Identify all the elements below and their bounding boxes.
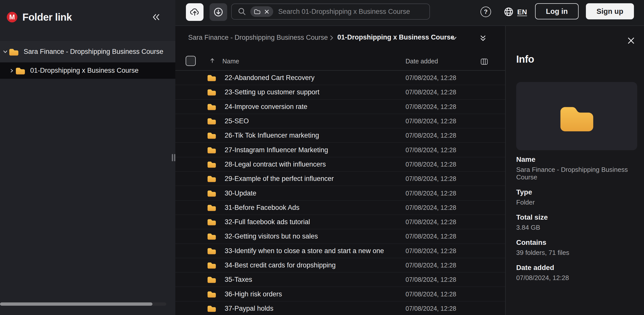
folder-icon — [208, 291, 216, 298]
language-selector[interactable]: EN — [517, 8, 527, 16]
file-name: 24-Improve conversion rate — [225, 103, 307, 110]
info-field-value: 39 folders, 71 files — [516, 249, 636, 256]
file-date-added: 07/08/2024, 12:28 — [406, 262, 456, 269]
folder-outline-icon — [254, 9, 261, 15]
file-name: 34-Best credit cards for dropshipping — [225, 261, 336, 269]
column-settings-button[interactable] — [479, 56, 490, 67]
search-bar[interactable] — [231, 4, 430, 20]
search-icon — [238, 7, 246, 16]
info-field: Date added 07/08/2024, 12:28 — [516, 263, 636, 282]
sidebar-horizontal-scrollbar[interactable] — [0, 302, 166, 306]
file-date-added: 07/08/2024, 12:28 — [406, 290, 456, 298]
file-date-added: 07/08/2024, 12:28 — [406, 189, 456, 197]
table-row[interactable]: 36-High risk orders 07/08/2024, 12:28 — [175, 287, 505, 301]
chevron-down-icon[interactable] — [2, 49, 9, 55]
table-row[interactable]: 27-Instagram Influencer Marketing 07/08/… — [175, 143, 505, 157]
search-input[interactable] — [278, 8, 425, 16]
table-row[interactable]: 32-Getting visitors but no sales 07/08/2… — [175, 229, 505, 244]
file-name: 22-Abandoned Cart Recovery — [225, 74, 314, 82]
folder-icon — [208, 233, 216, 240]
info-field: Name Sara Finance - Dropshipping Busines… — [516, 155, 636, 181]
table-row[interactable]: 37-Paypal holds 07/08/2024, 12:28 — [175, 301, 505, 315]
breadcrumb: Sara Finance - Dropshipping Business Cou… — [175, 26, 505, 49]
search-scope-chip[interactable] — [250, 6, 273, 17]
folder-icon — [208, 204, 216, 211]
info-fields: Name Sara Finance - Dropshipping Busines… — [516, 155, 636, 289]
breadcrumb-current[interactable]: 01-Dropshipping x Business Course — [337, 33, 454, 41]
table-row[interactable]: 30-Update 07/08/2024, 12:28 — [175, 186, 505, 200]
globe-icon — [504, 7, 514, 17]
table-row[interactable]: 32-Full facebook ads tutorial 07/08/2024… — [175, 215, 505, 229]
sidebar-collapse-button[interactable] — [151, 12, 162, 22]
sidebar: M Folder link Sara Finance - Dropshippin… — [0, 0, 175, 315]
collapse-list-button[interactable] — [476, 32, 490, 45]
select-all-checkbox[interactable] — [186, 56, 196, 66]
file-date-added: 07/08/2024, 12:28 — [406, 132, 456, 139]
help-button[interactable]: ? — [480, 7, 491, 17]
table-row[interactable]: 29-Example of the perfect influencer 07/… — [175, 172, 505, 186]
table-row[interactable]: 23-Setting up customer support 07/08/202… — [175, 85, 505, 99]
file-date-added: 07/08/2024, 12:28 — [406, 146, 456, 153]
download-button[interactable] — [210, 3, 227, 21]
sort-ascending-icon[interactable] — [209, 57, 216, 64]
file-name: 32-Full facebook ads tutorial — [225, 218, 310, 226]
info-field-value: 3.84 GB — [516, 224, 636, 231]
file-name: 36-High risk orders — [225, 290, 282, 298]
folder-icon — [208, 276, 216, 283]
folder-icon — [208, 161, 216, 168]
table-row[interactable]: 22-Abandoned Cart Recovery 07/08/2024, 1… — [175, 71, 505, 85]
table-row[interactable]: 28-Legal contract with influencers 07/08… — [175, 157, 505, 172]
file-date-added: 07/08/2024, 12:28 — [406, 74, 456, 82]
language-globe-button[interactable] — [504, 7, 514, 17]
folder-icon — [208, 175, 216, 182]
folder-icon — [208, 262, 216, 269]
close-icon — [627, 37, 635, 45]
breadcrumb-menu-caret-icon[interactable] — [451, 35, 457, 41]
sidebar-item-child-folder[interactable]: 01-Dropshipping x Business Course — [0, 62, 175, 79]
sidebar-item-label: Sara Finance - Dropshipping Business Cou… — [24, 48, 163, 56]
column-header-name[interactable]: Name — [222, 58, 239, 65]
info-field-value: Folder — [516, 199, 636, 206]
mega-logo-icon[interactable]: M — [7, 12, 17, 22]
file-name: 33-Identify when to close a store and st… — [225, 247, 384, 255]
file-name: 28-Legal contract with influencers — [225, 160, 326, 168]
table-row[interactable]: 24-Improve conversion rate 07/08/2024, 1… — [175, 100, 505, 114]
login-button[interactable]: Log in — [535, 3, 579, 19]
folder-icon — [208, 103, 216, 110]
file-date-added: 07/08/2024, 12:28 — [406, 89, 456, 96]
file-date-added: 07/08/2024, 12:28 — [406, 276, 456, 283]
file-date-added: 07/08/2024, 12:28 — [406, 103, 456, 110]
brand-header: M Folder link — [0, 0, 175, 34]
file-date-added: 07/08/2024, 12:28 — [406, 175, 456, 182]
double-chevron-down-icon — [479, 34, 487, 43]
chevron-right-icon[interactable] — [9, 68, 15, 73]
file-date-added: 07/08/2024, 12:28 — [406, 117, 456, 125]
file-date-added: 07/08/2024, 12:28 — [406, 233, 456, 240]
double-chevron-left-icon — [152, 13, 161, 21]
file-name: 31-Before Facebook Ads — [225, 204, 299, 211]
table-row[interactable]: 31-Before Facebook Ads 07/08/2024, 12:28 — [175, 201, 505, 215]
columns-icon — [480, 58, 488, 66]
table-row[interactable]: 35-Taxes 07/08/2024, 12:28 — [175, 272, 505, 287]
info-field-value: Sara Finance - Dropshipping Business Cou… — [516, 166, 636, 181]
table-row[interactable]: 34-Best credit cards for dropshipping 07… — [175, 258, 505, 272]
file-list-area: Sara Finance - Dropshipping Business Cou… — [175, 26, 505, 315]
question-mark-icon: ? — [484, 8, 488, 15]
info-field-label: Contains — [516, 238, 636, 247]
close-info-panel-button[interactable] — [625, 35, 636, 46]
sidebar-resize-handle[interactable] — [172, 154, 175, 161]
folder-icon — [9, 48, 19, 56]
scrollbar-thumb[interactable] — [0, 302, 152, 306]
table-row[interactable]: 25-SEO 07/08/2024, 12:28 — [175, 114, 505, 128]
upload-button[interactable] — [186, 3, 204, 21]
table-row[interactable]: 26-Tik Tok Influencer marketing 07/08/20… — [175, 128, 505, 143]
column-header-date-added[interactable]: Date added — [406, 58, 438, 65]
chip-clear-icon[interactable] — [264, 9, 269, 14]
signup-button[interactable]: Sign up — [586, 3, 634, 19]
top-bar: ? EN Log in Sign up — [175, 0, 644, 26]
breadcrumb-parent[interactable]: Sara Finance - Dropshipping Business Cou… — [188, 34, 328, 42]
sidebar-item-root-folder[interactable]: Sara Finance - Dropshipping Business Cou… — [0, 41, 175, 62]
info-panel-title: Info — [516, 54, 534, 65]
table-row[interactable]: 33-Identify when to close a store and st… — [175, 244, 505, 258]
file-date-added: 07/08/2024, 12:28 — [406, 204, 456, 211]
